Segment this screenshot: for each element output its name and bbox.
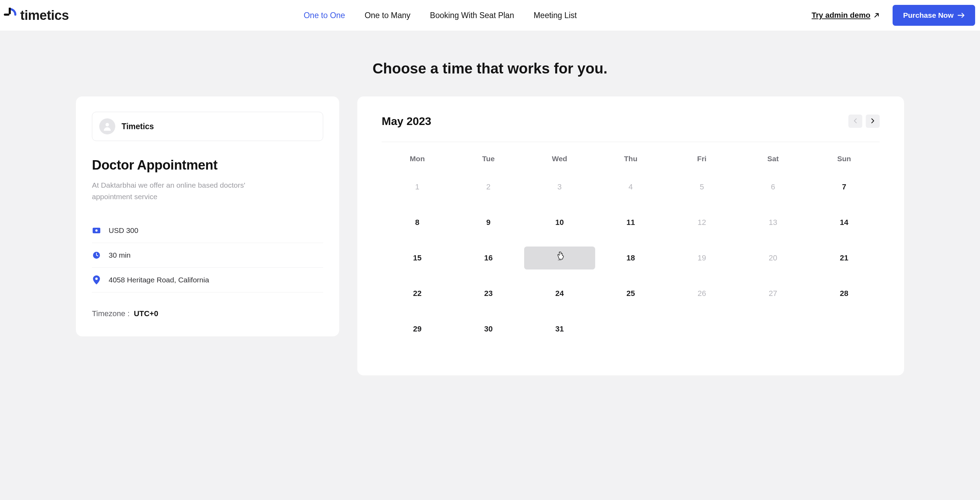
calendar-day[interactable]: 23 <box>453 282 524 305</box>
meta-location-value: 4058 Heritage Road, California <box>109 276 209 284</box>
calendar-grid: MonTueWedThuFriSatSun1234567891011121314… <box>382 155 880 341</box>
meeting-description: At Daktarbhai we offer an online based d… <box>92 180 280 202</box>
cursor-pointer-icon <box>556 251 565 260</box>
calendar-day: 1 <box>382 176 453 198</box>
brand-name: timetics <box>20 8 69 23</box>
calendar-day[interactable]: 10 <box>524 211 595 234</box>
calendar-day[interactable]: 8 <box>382 211 453 234</box>
panels: Timetics Doctor Appointment At Daktarbha… <box>0 97 980 375</box>
location-pin-icon <box>92 275 101 284</box>
calendar-day[interactable]: 30 <box>453 317 524 341</box>
purchase-now-label: Purchase Now <box>903 11 953 19</box>
timezone-label: Timezone : <box>92 309 130 318</box>
nav-item-one-to-many[interactable]: One to Many <box>364 11 410 20</box>
meta-price: USD 300 <box>92 218 323 243</box>
calendar-day[interactable]: 29 <box>382 317 453 341</box>
host-box: Timetics <box>92 112 323 141</box>
nav-menu: One to One One to Many Booking With Seat… <box>304 11 577 20</box>
timezone-value: UTC+0 <box>134 309 158 318</box>
calendar-day[interactable]: 24 <box>524 282 595 305</box>
price-icon <box>92 226 101 235</box>
calendar-dow: Thu <box>595 155 666 163</box>
meta-duration-value: 30 min <box>109 251 130 259</box>
calendar-day[interactable]: 9 <box>453 211 524 234</box>
meta-location: 4058 Heritage Road, California <box>92 267 323 292</box>
try-admin-demo-label: Try admin demo <box>812 11 871 20</box>
calendar-day[interactable]: 15 <box>382 246 453 270</box>
nav-item-one-to-one[interactable]: One to One <box>304 11 345 20</box>
calendar-day: 6 <box>737 176 808 198</box>
calendar-dow: Fri <box>666 155 737 163</box>
calendar-day: 26 <box>666 282 737 305</box>
clock-icon <box>92 251 101 260</box>
purchase-now-button[interactable]: Purchase Now <box>892 5 975 26</box>
meta-duration: 30 min <box>92 243 323 267</box>
calendar-day: 2 <box>453 176 524 198</box>
calendar-day[interactable]: 28 <box>809 282 880 305</box>
calendar-day: 3 <box>524 176 595 198</box>
svg-point-0 <box>105 123 109 126</box>
calendar-day: 13 <box>737 211 808 234</box>
calendar-month-label: May 2023 <box>382 115 431 128</box>
nav-item-seat-plan[interactable]: Booking With Seat Plan <box>430 11 514 20</box>
calendar-dow: Sun <box>809 155 880 163</box>
avatar <box>99 118 115 134</box>
meta-price-value: USD 300 <box>109 226 138 235</box>
external-link-icon <box>874 13 879 18</box>
nav-item-meeting-list[interactable]: Meeting List <box>533 11 577 20</box>
try-admin-demo-link[interactable]: Try admin demo <box>812 11 880 20</box>
host-name: Timetics <box>121 122 154 131</box>
calendar-day[interactable]: 18 <box>595 246 666 270</box>
svg-point-4 <box>95 278 98 280</box>
calendar-day[interactable]: 1 <box>524 246 595 270</box>
arrow-right-icon <box>958 13 965 18</box>
calendar-nav-controls <box>848 114 880 128</box>
brand-logo[interactable]: timetics <box>3 6 69 24</box>
calendar-dow: Sat <box>737 155 808 163</box>
calendar-card: May 2023 MonTueWedThuFriSa <box>357 97 904 375</box>
brand-mark-icon <box>3 8 17 23</box>
calendar-dow: Tue <box>453 155 524 163</box>
page-body: Choose a time that works for you. Timeti… <box>0 31 980 500</box>
chevron-left-icon <box>854 118 857 125</box>
calendar-day: 27 <box>737 282 808 305</box>
calendar-day[interactable]: 16 <box>453 246 524 270</box>
timezone-row: Timezone : UTC+0 <box>92 309 323 318</box>
calendar-day[interactable]: 22 <box>382 282 453 305</box>
calendar-day: 19 <box>666 246 737 270</box>
calendar-day: 12 <box>666 211 737 234</box>
calendar-prev-button[interactable] <box>848 114 862 128</box>
calendar-dow: Mon <box>382 155 453 163</box>
meeting-title: Doctor Appointment <box>92 158 323 173</box>
calendar-day[interactable]: 31 <box>524 317 595 341</box>
top-nav: timetics One to One One to Many Booking … <box>0 0 980 31</box>
calendar-day[interactable]: 21 <box>809 246 880 270</box>
calendar-day: 5 <box>666 176 737 198</box>
calendar-day[interactable]: 14 <box>809 211 880 234</box>
nav-left: timetics <box>3 6 69 24</box>
calendar-day[interactable]: 11 <box>595 211 666 234</box>
calendar-day: 4 <box>595 176 666 198</box>
calendar-day[interactable]: 25 <box>595 282 666 305</box>
calendar-day[interactable]: 7 <box>809 176 880 198</box>
page-title: Choose a time that works for you. <box>0 60 980 77</box>
calendar-next-button[interactable] <box>866 114 880 128</box>
nav-right: Try admin demo Purchase Now <box>812 5 975 26</box>
calendar-dow: Wed <box>524 155 595 163</box>
meeting-info-card: Timetics Doctor Appointment At Daktarbha… <box>76 97 339 337</box>
svg-point-2 <box>95 229 97 232</box>
calendar-header: May 2023 <box>382 114 880 142</box>
chevron-right-icon <box>871 118 875 125</box>
calendar-day: 20 <box>737 246 808 270</box>
